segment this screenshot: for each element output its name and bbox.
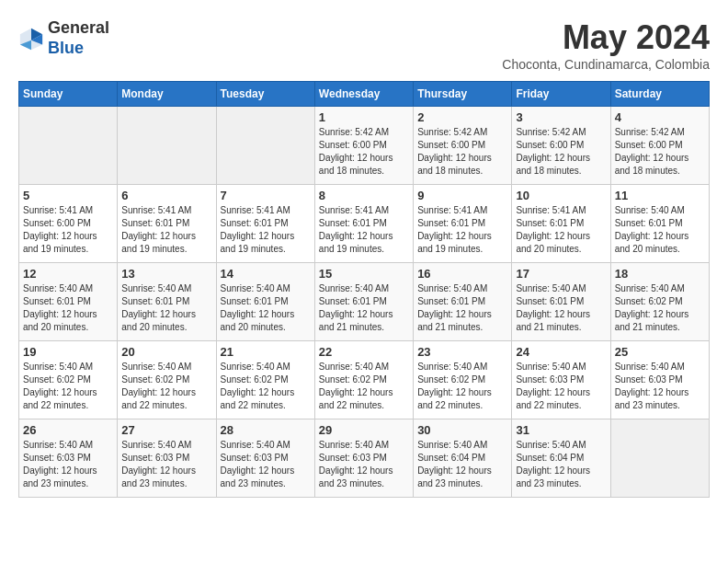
day-info: Sunrise: 5:41 AM Sunset: 6:01 PM Dayligh… — [417, 204, 507, 256]
location: Choconta, Cundinamarca, Colombia — [502, 57, 710, 72]
calendar-cell: 18Sunrise: 5:40 AM Sunset: 6:02 PM Dayli… — [610, 263, 709, 341]
calendar-cell: 26Sunrise: 5:40 AM Sunset: 6:03 PM Dayli… — [19, 419, 118, 498]
page-header: General Blue May 2024 Choconta, Cundinam… — [18, 18, 710, 72]
day-info: Sunrise: 5:40 AM Sunset: 6:03 PM Dayligh… — [615, 361, 705, 412]
calendar-cell: 2Sunrise: 5:42 AM Sunset: 6:00 PM Daylig… — [414, 107, 512, 185]
day-number: 9 — [417, 189, 507, 202]
calendar-cell: 30Sunrise: 5:40 AM Sunset: 6:04 PM Dayli… — [414, 419, 512, 498]
day-number: 20 — [121, 345, 211, 359]
day-number: 19 — [23, 345, 113, 359]
day-info: Sunrise: 5:40 AM Sunset: 6:01 PM Dayligh… — [121, 282, 211, 334]
calendar-cell — [610, 419, 709, 498]
day-info: Sunrise: 5:40 AM Sunset: 6:01 PM Dayligh… — [221, 282, 311, 334]
calendar-table: SundayMondayTuesdayWednesdayThursdayFrid… — [18, 81, 710, 498]
day-info: Sunrise: 5:40 AM Sunset: 6:01 PM Dayligh… — [516, 282, 606, 334]
day-number: 4 — [615, 110, 705, 124]
calendar-cell: 19Sunrise: 5:40 AM Sunset: 6:02 PM Dayli… — [19, 341, 118, 419]
day-info: Sunrise: 5:42 AM Sunset: 6:00 PM Dayligh… — [516, 126, 606, 178]
calendar-cell: 10Sunrise: 5:41 AM Sunset: 6:01 PM Dayli… — [512, 185, 610, 263]
day-number: 6 — [121, 189, 211, 202]
day-info: Sunrise: 5:40 AM Sunset: 6:02 PM Dayligh… — [615, 282, 705, 334]
weekday-header-monday: Monday — [118, 82, 216, 107]
calendar-cell: 4Sunrise: 5:42 AM Sunset: 6:00 PM Daylig… — [610, 107, 709, 185]
day-info: Sunrise: 5:40 AM Sunset: 6:03 PM Dayligh… — [516, 361, 606, 412]
day-info: Sunrise: 5:40 AM Sunset: 6:02 PM Dayligh… — [23, 361, 113, 412]
calendar-cell: 15Sunrise: 5:40 AM Sunset: 6:01 PM Dayli… — [314, 263, 413, 341]
week-row-2: 5Sunrise: 5:41 AM Sunset: 6:00 PM Daylig… — [19, 185, 710, 263]
calendar-cell: 6Sunrise: 5:41 AM Sunset: 6:01 PM Daylig… — [118, 185, 216, 263]
calendar-cell: 14Sunrise: 5:40 AM Sunset: 6:01 PM Dayli… — [216, 263, 314, 341]
day-info: Sunrise: 5:40 AM Sunset: 6:02 PM Dayligh… — [417, 361, 507, 412]
logo: General Blue — [18, 18, 109, 58]
day-number: 8 — [319, 189, 409, 202]
day-number: 27 — [121, 423, 211, 437]
day-number: 24 — [516, 345, 606, 359]
weekday-header-friday: Friday — [512, 82, 610, 107]
day-number: 28 — [221, 423, 311, 437]
calendar-cell — [216, 107, 314, 185]
day-info: Sunrise: 5:40 AM Sunset: 6:03 PM Dayligh… — [319, 439, 409, 490]
day-number: 13 — [121, 267, 211, 281]
calendar-cell — [118, 107, 216, 185]
calendar-cell: 29Sunrise: 5:40 AM Sunset: 6:03 PM Dayli… — [314, 419, 413, 498]
weekday-header-thursday: Thursday — [414, 82, 512, 107]
calendar-cell: 13Sunrise: 5:40 AM Sunset: 6:01 PM Dayli… — [118, 263, 216, 341]
week-row-1: 1Sunrise: 5:42 AM Sunset: 6:00 PM Daylig… — [19, 107, 710, 185]
day-number: 7 — [221, 189, 311, 202]
calendar-cell: 25Sunrise: 5:40 AM Sunset: 6:03 PM Dayli… — [610, 341, 709, 419]
day-info: Sunrise: 5:40 AM Sunset: 6:02 PM Dayligh… — [319, 361, 409, 412]
day-info: Sunrise: 5:40 AM Sunset: 6:03 PM Dayligh… — [221, 439, 311, 490]
calendar-cell: 1Sunrise: 5:42 AM Sunset: 6:00 PM Daylig… — [314, 107, 413, 185]
week-row-3: 12Sunrise: 5:40 AM Sunset: 6:01 PM Dayli… — [19, 263, 710, 341]
calendar-cell: 31Sunrise: 5:40 AM Sunset: 6:04 PM Dayli… — [512, 419, 610, 498]
day-info: Sunrise: 5:42 AM Sunset: 6:00 PM Dayligh… — [615, 126, 705, 178]
day-number: 25 — [615, 345, 705, 359]
title-block: May 2024 Choconta, Cundinamarca, Colombi… — [502, 18, 710, 72]
calendar-cell: 27Sunrise: 5:40 AM Sunset: 6:03 PM Dayli… — [118, 419, 216, 498]
day-info: Sunrise: 5:40 AM Sunset: 6:03 PM Dayligh… — [121, 439, 211, 490]
day-info: Sunrise: 5:40 AM Sunset: 6:01 PM Dayligh… — [417, 282, 507, 334]
week-row-4: 19Sunrise: 5:40 AM Sunset: 6:02 PM Dayli… — [19, 341, 710, 419]
calendar-cell: 8Sunrise: 5:41 AM Sunset: 6:01 PM Daylig… — [314, 185, 413, 263]
day-number: 12 — [23, 267, 113, 281]
day-number: 31 — [516, 423, 606, 437]
calendar-cell: 23Sunrise: 5:40 AM Sunset: 6:02 PM Dayli… — [414, 341, 512, 419]
day-info: Sunrise: 5:41 AM Sunset: 6:01 PM Dayligh… — [121, 204, 211, 256]
calendar-cell: 17Sunrise: 5:40 AM Sunset: 6:01 PM Dayli… — [512, 263, 610, 341]
calendar-header: SundayMondayTuesdayWednesdayThursdayFrid… — [19, 82, 710, 107]
day-number: 21 — [221, 345, 311, 359]
day-info: Sunrise: 5:40 AM Sunset: 6:01 PM Dayligh… — [23, 282, 113, 334]
day-info: Sunrise: 5:42 AM Sunset: 6:00 PM Dayligh… — [319, 126, 409, 178]
calendar-cell: 3Sunrise: 5:42 AM Sunset: 6:00 PM Daylig… — [512, 107, 610, 185]
day-info: Sunrise: 5:40 AM Sunset: 6:01 PM Dayligh… — [615, 204, 705, 256]
weekday-header-tuesday: Tuesday — [216, 82, 314, 107]
calendar-cell: 22Sunrise: 5:40 AM Sunset: 6:02 PM Dayli… — [314, 341, 413, 419]
day-number: 5 — [23, 189, 113, 202]
calendar-cell: 7Sunrise: 5:41 AM Sunset: 6:01 PM Daylig… — [216, 185, 314, 263]
day-number: 22 — [319, 345, 409, 359]
weekday-header-saturday: Saturday — [610, 82, 709, 107]
day-info: Sunrise: 5:40 AM Sunset: 6:02 PM Dayligh… — [221, 361, 311, 412]
day-info: Sunrise: 5:40 AM Sunset: 6:04 PM Dayligh… — [516, 439, 606, 490]
logo-icon — [18, 26, 44, 52]
week-row-5: 26Sunrise: 5:40 AM Sunset: 6:03 PM Dayli… — [19, 419, 710, 498]
day-number: 3 — [516, 110, 606, 124]
day-number: 18 — [615, 267, 705, 281]
day-info: Sunrise: 5:40 AM Sunset: 6:04 PM Dayligh… — [417, 439, 507, 490]
calendar-cell: 28Sunrise: 5:40 AM Sunset: 6:03 PM Dayli… — [216, 419, 314, 498]
calendar-cell — [19, 107, 118, 185]
day-number: 10 — [516, 189, 606, 202]
calendar-cell: 5Sunrise: 5:41 AM Sunset: 6:00 PM Daylig… — [19, 185, 118, 263]
calendar-body: 1Sunrise: 5:42 AM Sunset: 6:00 PM Daylig… — [19, 107, 710, 498]
weekday-header-row: SundayMondayTuesdayWednesdayThursdayFrid… — [19, 82, 710, 107]
day-number: 17 — [516, 267, 606, 281]
calendar-cell: 20Sunrise: 5:40 AM Sunset: 6:02 PM Dayli… — [118, 341, 216, 419]
day-number: 29 — [319, 423, 409, 437]
calendar-cell: 16Sunrise: 5:40 AM Sunset: 6:01 PM Dayli… — [414, 263, 512, 341]
calendar-cell: 24Sunrise: 5:40 AM Sunset: 6:03 PM Dayli… — [512, 341, 610, 419]
day-number: 23 — [417, 345, 507, 359]
calendar-cell: 12Sunrise: 5:40 AM Sunset: 6:01 PM Dayli… — [19, 263, 118, 341]
day-info: Sunrise: 5:41 AM Sunset: 6:01 PM Dayligh… — [516, 204, 606, 256]
day-info: Sunrise: 5:40 AM Sunset: 6:01 PM Dayligh… — [319, 282, 409, 334]
day-number: 26 — [23, 423, 113, 437]
